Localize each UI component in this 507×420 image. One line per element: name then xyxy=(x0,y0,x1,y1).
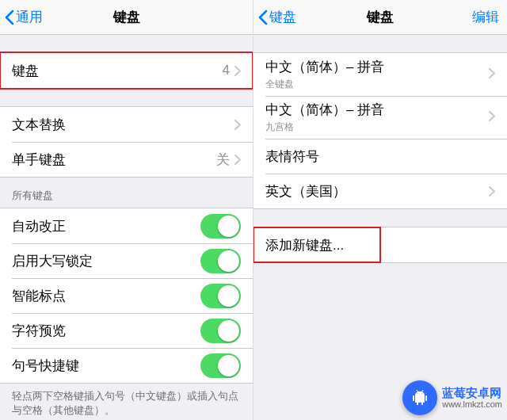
smart-punct-label: 智能标点 xyxy=(12,287,66,305)
keyboard-label: 中文（简体）– 拼音 xyxy=(265,58,384,76)
text-replacement-label: 文本替换 xyxy=(12,116,66,134)
nav-bar: 通用 键盘 xyxy=(0,0,253,35)
caps-lock-row[interactable]: 启用大写锁定 xyxy=(0,243,253,278)
keyboard-sublabel: 全键盘 xyxy=(265,78,294,91)
chevron-left-icon xyxy=(5,10,14,25)
caps-lock-label: 启用大写锁定 xyxy=(12,252,93,270)
keyboard-label: 表情符号 xyxy=(265,147,319,166)
keyboard-row[interactable]: 表情符号 xyxy=(254,139,507,174)
watermark: 蓝莓安卓网 www.lmkzt.com xyxy=(402,380,502,415)
text-options-group: 文本替换 单手键盘 关 xyxy=(0,106,253,178)
text-replacement-row[interactable]: 文本替换 xyxy=(0,107,253,142)
back-button[interactable]: 通用 xyxy=(5,8,43,26)
right-pane: 键盘 键盘 编辑 中文（简体）– 拼音 全键盘 中文（简体）– 拼音 九宫格 表… xyxy=(254,0,507,420)
watermark-title: 蓝莓安卓网 xyxy=(442,387,502,400)
keyboards-label: 键盘 xyxy=(12,62,39,80)
android-icon xyxy=(402,380,437,415)
smart-punct-row[interactable]: 智能标点 xyxy=(0,278,253,313)
chevron-right-icon xyxy=(489,68,495,78)
auto-correct-switch[interactable] xyxy=(200,214,241,239)
back-label: 通用 xyxy=(16,8,43,26)
keyboards-row[interactable]: 键盘 4 xyxy=(0,53,253,88)
keyboard-label: 中文（简体）– 拼音 xyxy=(265,101,384,119)
chevron-right-icon xyxy=(234,66,241,76)
chevron-right-icon xyxy=(489,186,495,197)
chevron-right-icon xyxy=(234,120,241,130)
edit-button[interactable]: 编辑 xyxy=(472,8,499,26)
back-button[interactable]: 键盘 xyxy=(258,8,296,26)
chevron-right-icon xyxy=(489,111,495,121)
auto-correct-row[interactable]: 自动改正 xyxy=(0,208,253,243)
char-preview-switch[interactable] xyxy=(200,319,241,343)
char-preview-row[interactable]: 字符预览 xyxy=(0,313,253,348)
one-handed-row[interactable]: 单手键盘 关 xyxy=(0,142,253,177)
back-label: 键盘 xyxy=(269,8,296,26)
period-shortcut-label: 句号快捷键 xyxy=(12,357,79,375)
add-keyboard-group: 添加新键盘... xyxy=(254,227,507,263)
keyboards-count: 4 xyxy=(223,63,230,78)
all-keyboards-group: 自动改正 启用大写锁定 智能标点 字符预览 句号快捷键 xyxy=(0,208,253,384)
one-handed-value: 关 xyxy=(216,151,230,169)
keyboard-row[interactable]: 中文（简体）– 拼音 九宫格 xyxy=(254,96,507,139)
all-keyboards-header: 所有键盘 xyxy=(0,178,253,208)
keyboard-label: 英文（美国） xyxy=(265,182,346,200)
period-shortcut-switch[interactable] xyxy=(200,353,241,378)
watermark-text: 蓝莓安卓网 www.lmkzt.com xyxy=(442,387,502,410)
auto-correct-label: 自动改正 xyxy=(12,217,66,235)
installed-keyboards-group: 中文（简体）– 拼音 全键盘 中文（简体）– 拼音 九宫格 表情符号 英文（美国… xyxy=(254,52,507,209)
nav-bar: 键盘 键盘 编辑 xyxy=(254,0,507,35)
smart-punct-switch[interactable] xyxy=(200,284,241,308)
add-keyboard-row[interactable]: 添加新键盘... xyxy=(254,227,380,262)
left-pane: 通用 键盘 键盘 4 文本替换 单手键盘 关 所有 xyxy=(0,0,254,420)
keyboard-sublabel: 九宫格 xyxy=(265,120,294,134)
chevron-right-icon xyxy=(234,155,241,165)
period-shortcut-footer: 轻点两下空格键插入句号（中文键盘）或插入句点与空格（其他键盘）。 xyxy=(0,384,253,420)
chevron-left-icon xyxy=(258,10,268,25)
one-handed-label: 单手键盘 xyxy=(12,151,66,169)
keyboards-row-group: 键盘 4 xyxy=(0,52,253,89)
char-preview-label: 字符预览 xyxy=(12,322,66,340)
period-shortcut-row[interactable]: 句号快捷键 xyxy=(0,348,253,383)
keyboard-row[interactable]: 英文（美国） xyxy=(254,174,507,208)
add-keyboard-label: 添加新键盘... xyxy=(265,236,344,254)
keyboard-row[interactable]: 中文（简体）– 拼音 全键盘 xyxy=(254,53,507,96)
caps-lock-switch[interactable] xyxy=(200,249,241,273)
watermark-url: www.lmkzt.com xyxy=(442,399,502,409)
